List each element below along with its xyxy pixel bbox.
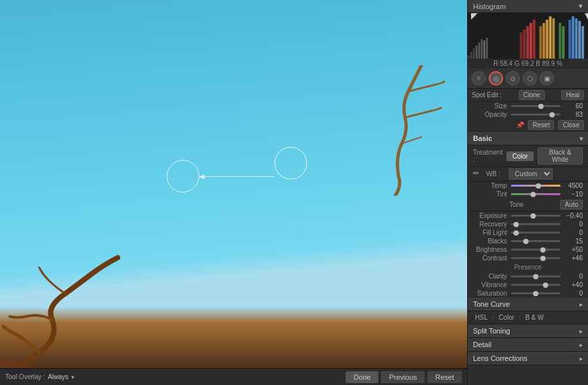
lens-corrections-section[interactable]: Lens Corrections ▸	[468, 352, 588, 365]
temp-slider-thumb[interactable]	[536, 183, 541, 189]
pin-icon[interactable]: 📌	[516, 121, 524, 129]
spot-source-circle[interactable]	[167, 160, 199, 192]
svg-marker-28	[585, 13, 588, 20]
heal-button[interactable]: Heal	[561, 90, 584, 100]
done-button[interactable]: Done	[346, 371, 378, 383]
brightness-slider-thumb[interactable]	[540, 247, 546, 253]
auto-button[interactable]: Auto	[560, 200, 583, 209]
clarity-slider-track[interactable]	[511, 275, 561, 277]
brush-tool-icon[interactable]: ⬡	[523, 71, 537, 85]
tint-slider-row: Tint −10	[468, 190, 588, 198]
temp-slider-track[interactable]	[511, 185, 561, 187]
svg-rect-13	[529, 23, 532, 59]
eyedropper-icon[interactable]: ✏	[473, 169, 483, 179]
exposure-label: Exposure	[473, 212, 507, 219]
crop-tool-icon[interactable]: ⌗	[472, 71, 486, 85]
right-panel: Histogram ▾	[467, 0, 588, 385]
size-slider-row: Size 60	[468, 102, 588, 110]
histogram-title: Histogram	[473, 3, 506, 10]
tone-curve-label: Tone Curve	[473, 300, 510, 308]
bw-hsl-button[interactable]: B & W	[523, 313, 546, 322]
tool-overlay-value[interactable]: Always	[48, 373, 69, 380]
lens-corrections-label: Lens Corrections	[473, 354, 527, 362]
wb-select[interactable]: Custom As Shot Auto Daylight Cloudy	[509, 168, 553, 179]
recovery-slider-thumb[interactable]	[514, 222, 519, 227]
saturation-slider-thumb[interactable]	[533, 291, 538, 296]
dropdown-icon[interactable]: ▾	[71, 374, 74, 380]
blacks-slider-thumb[interactable]	[523, 239, 529, 244]
spot-heal-tool-icon[interactable]: ◎	[489, 71, 503, 85]
svg-rect-4	[473, 49, 475, 59]
tool-overlay-label: Tool Overlay : Always ▾	[5, 373, 74, 380]
brightness-slider-track[interactable]	[511, 249, 561, 251]
hsl-sep1: /	[492, 314, 494, 321]
lens-corrections-arrow: ▸	[580, 355, 583, 362]
temp-label: Temp	[473, 182, 507, 189]
clone-button[interactable]: Clone	[519, 90, 545, 100]
contrast-slider-track[interactable]	[511, 257, 561, 259]
vibrance-slider-track[interactable]	[511, 284, 561, 286]
color-button[interactable]: Color	[506, 151, 534, 161]
exposure-value: −0.40	[564, 212, 583, 219]
detail-label: Detail	[473, 341, 491, 348]
saturation-label: Saturation	[473, 290, 507, 297]
contrast-slider-thumb[interactable]	[540, 256, 546, 261]
brightness-slider-row: Brightness +50	[468, 245, 588, 254]
svg-rect-18	[549, 16, 551, 59]
svg-rect-19	[552, 18, 555, 59]
contrast-value: +46	[564, 254, 583, 262]
clarity-slider-thumb[interactable]	[533, 274, 538, 279]
reset-close-row: 📌 Reset Close	[468, 119, 588, 132]
split-toning-section[interactable]: Split Toning ▸	[468, 324, 588, 338]
spot-dest-circle[interactable]	[274, 147, 307, 179]
vibrance-slider-thumb[interactable]	[543, 283, 548, 288]
clarity-value: 0	[564, 273, 583, 280]
bw-button[interactable]: Black & White	[538, 147, 583, 164]
svg-rect-2	[468, 55, 470, 59]
svg-rect-17	[546, 20, 548, 59]
spot-edit-row: Spot Edit : Clone Heal	[468, 89, 588, 102]
color-hsl-button[interactable]: Color	[497, 313, 516, 322]
fill-light-slider-track[interactable]	[511, 232, 561, 234]
blacks-value: 15	[564, 238, 583, 245]
svg-rect-22	[568, 20, 571, 59]
split-toning-arrow: ▸	[580, 328, 583, 335]
vibrance-label: Vibrance	[473, 281, 507, 288]
exposure-slider-row: Exposure −0.40	[468, 211, 588, 220]
basic-title: Basic	[473, 134, 492, 142]
tint-slider-track[interactable]	[511, 193, 561, 195]
saturation-slider-track[interactable]	[511, 292, 561, 294]
saturation-value: 0	[564, 290, 583, 297]
histogram-display	[468, 13, 588, 59]
branch-right	[369, 65, 448, 196]
spot-reset-button[interactable]: Reset	[528, 120, 554, 130]
hsl-button[interactable]: HSL	[473, 313, 489, 322]
reset-button[interactable]: Reset	[427, 371, 462, 383]
tint-slider-thumb[interactable]	[531, 192, 536, 197]
brightness-value: +50	[564, 246, 583, 253]
opacity-slider-track[interactable]	[511, 114, 561, 116]
tone-curve-section[interactable]: Tone Curve ▸	[468, 298, 588, 311]
basic-arrow: ▾	[580, 135, 583, 142]
previous-button[interactable]: Previous	[381, 371, 425, 383]
gradient-tool-icon[interactable]: ▣	[540, 71, 554, 85]
recovery-slider-track[interactable]	[511, 223, 561, 225]
spot-close-button[interactable]: Close	[558, 120, 584, 130]
svg-rect-8	[483, 40, 485, 59]
histogram-header[interactable]: Histogram ▾	[468, 0, 588, 13]
redeye-tool-icon[interactable]: ⊙	[506, 71, 520, 85]
svg-rect-3	[470, 52, 472, 59]
clarity-slider-row: Clarity 0	[468, 272, 588, 281]
exposure-slider-thumb[interactable]	[531, 213, 536, 219]
svg-rect-5	[476, 46, 478, 59]
fill-light-slider-thumb[interactable]	[514, 230, 519, 236]
svg-rect-14	[532, 20, 535, 59]
size-slider-thumb[interactable]	[538, 104, 544, 109]
exposure-slider-track[interactable]	[511, 215, 561, 217]
blacks-slider-track[interactable]	[511, 240, 561, 242]
size-slider-track[interactable]	[511, 105, 561, 107]
opacity-slider-thumb[interactable]	[549, 112, 555, 117]
svg-marker-27	[471, 13, 478, 20]
detail-section[interactable]: Detail ▸	[468, 338, 588, 352]
basic-section-header[interactable]: Basic ▾	[468, 132, 588, 146]
